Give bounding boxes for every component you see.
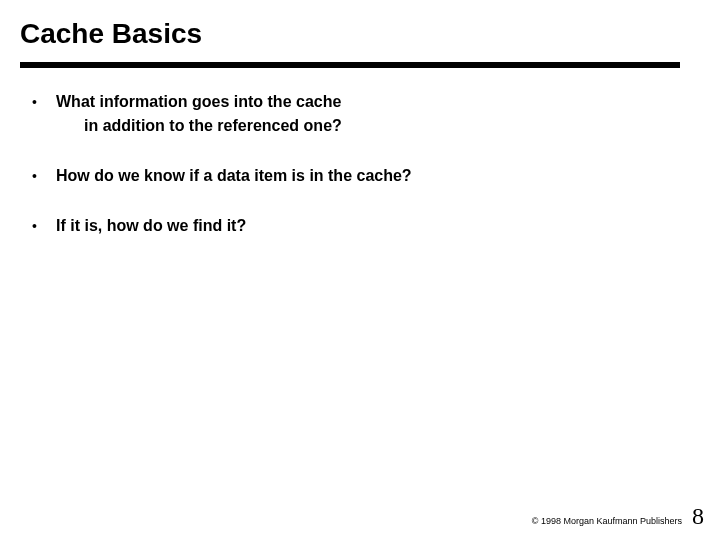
slide-footer: © 1998 Morgan Kaufmann Publishers 8 <box>532 503 704 530</box>
bullet-line: If it is, how do we find it? <box>56 214 246 238</box>
bullet-line: How do we know if a data item is in the … <box>56 164 412 188</box>
bullet-line: in addition to the referenced one? <box>56 114 342 138</box>
bullet-icon: • <box>32 90 56 112</box>
slide-title: Cache Basics <box>20 18 202 50</box>
page-number: 8 <box>692 503 704 530</box>
list-item: • If it is, how do we find it? <box>32 214 672 238</box>
bullet-icon: • <box>32 164 56 186</box>
bullet-text: How do we know if a data item is in the … <box>56 164 412 188</box>
slide-body: • What information goes into the cache i… <box>32 90 672 264</box>
bullet-line: What information goes into the cache <box>56 90 342 114</box>
bullet-text: If it is, how do we find it? <box>56 214 246 238</box>
slide: Cache Basics • What information goes int… <box>0 0 720 540</box>
bullet-text: What information goes into the cache in … <box>56 90 342 138</box>
bullet-icon: • <box>32 214 56 236</box>
title-rule <box>20 62 680 68</box>
list-item: • What information goes into the cache i… <box>32 90 672 138</box>
copyright-text: © 1998 Morgan Kaufmann Publishers <box>532 516 682 526</box>
list-item: • How do we know if a data item is in th… <box>32 164 672 188</box>
